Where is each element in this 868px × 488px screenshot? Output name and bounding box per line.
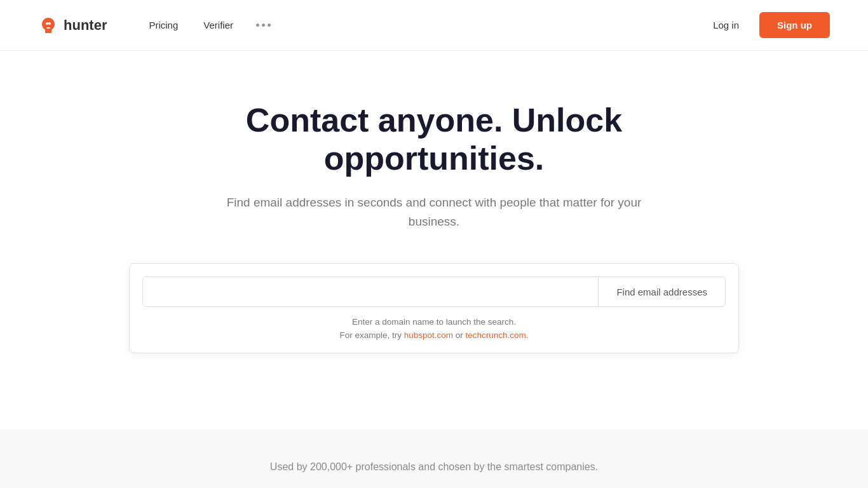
hero-title: Contact anyone. Unlock opportunities. bbox=[148, 102, 720, 178]
social-proof-text: Used by 200,000+ professionals and chose… bbox=[38, 461, 830, 473]
nav-auth: Log in Sign up bbox=[703, 12, 830, 38]
social-proof-section: Used by 200,000+ professionals and chose… bbox=[0, 430, 868, 488]
search-examples: For example, try hubspot.com or techcrun… bbox=[142, 330, 726, 340]
domain-search-input[interactable] bbox=[143, 277, 598, 306]
signup-button[interactable]: Sign up bbox=[759, 12, 830, 38]
nav-more-button[interactable] bbox=[248, 18, 278, 32]
dot-3 bbox=[268, 24, 271, 27]
svg-point-2 bbox=[48, 22, 51, 25]
search-hint: Enter a domain name to launch the search… bbox=[142, 317, 726, 327]
nav-link-pricing[interactable]: Pricing bbox=[139, 15, 188, 36]
navbar: hunter Pricing Verifier Log in Sign up bbox=[0, 0, 868, 51]
example1-link[interactable]: hubspot.com bbox=[404, 330, 453, 340]
logo-icon bbox=[38, 15, 58, 36]
search-row: Find email addresses bbox=[142, 276, 726, 307]
dot-1 bbox=[256, 24, 259, 27]
svg-rect-0 bbox=[46, 27, 50, 29]
nav-links: Pricing Verifier bbox=[139, 15, 703, 36]
logo-link[interactable]: hunter bbox=[38, 15, 107, 36]
examples-suffix: . bbox=[526, 330, 529, 340]
examples-prefix: For example, try bbox=[339, 330, 403, 340]
find-emails-button[interactable]: Find email addresses bbox=[598, 277, 725, 306]
example2-link[interactable]: techcrunch.com bbox=[466, 330, 526, 340]
logo-text: hunter bbox=[64, 17, 107, 34]
nav-link-verifier[interactable]: Verifier bbox=[193, 15, 243, 36]
svg-point-1 bbox=[46, 22, 48, 25]
search-container: Find email addresses Enter a domain name… bbox=[129, 263, 739, 353]
hero-section: Contact anyone. Unlock opportunities. Fi… bbox=[0, 51, 868, 391]
hero-subtitle: Find email addresses in seconds and conn… bbox=[218, 193, 650, 232]
dot-2 bbox=[262, 24, 265, 27]
login-link[interactable]: Log in bbox=[703, 15, 749, 36]
examples-middle: or bbox=[453, 330, 466, 340]
